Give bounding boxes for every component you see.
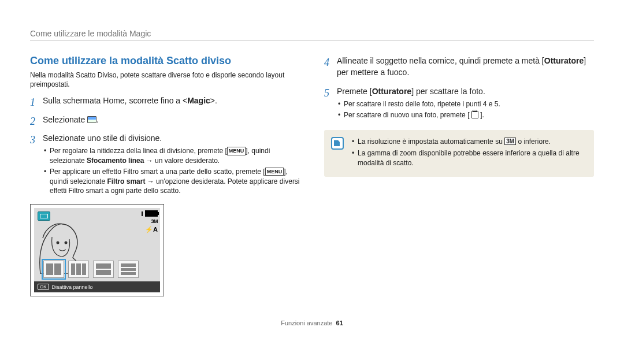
camera-lcd-frame: 3M ⚡A xyxy=(30,204,164,296)
menu-icon: MENU xyxy=(227,147,246,155)
split-style-1[interactable] xyxy=(43,261,64,278)
sub-bullet: Per scattare di nuovo una foto, premete … xyxy=(338,110,594,120)
flash-icon: ⚡A xyxy=(145,226,158,233)
lcd-bottom-bar: OK Disattiva pannello xyxy=(34,281,160,292)
split-shot-icon xyxy=(87,116,96,123)
split-style-4[interactable] xyxy=(118,261,139,278)
page-footer: Funzioni avanzate 61 xyxy=(30,320,594,326)
lcd-status-icons: 3M ⚡A xyxy=(142,210,158,233)
intro-text: Nella modalità Scatto Diviso, potete sca… xyxy=(30,70,300,89)
resolution-3m-icon: 3M xyxy=(504,138,516,145)
menu-icon: MENU xyxy=(265,168,284,176)
page-header: Come utilizzare le modalità Magic xyxy=(30,29,594,41)
sub-bullet: Per regolare la nitidezza della linea di… xyxy=(44,146,300,166)
note-icon xyxy=(331,137,344,150)
steps-right: Allineate il soggetto nella cornice, qui… xyxy=(324,55,594,120)
split-style-2[interactable] xyxy=(68,261,89,278)
battery-icon xyxy=(145,210,158,217)
trash-icon xyxy=(471,111,478,118)
steps-left: Sulla schermata Home, scorrete fino a <M… xyxy=(30,95,300,196)
resolution-icon: 3M xyxy=(151,218,158,224)
step-item: Allineate il soggetto nella cornice, qui… xyxy=(324,55,594,79)
step-item: Sulla schermata Home, scorrete fino a <M… xyxy=(30,95,300,106)
svg-point-0 xyxy=(57,242,60,244)
sub-bullet: Per applicare un effetto Filtro smart a … xyxy=(44,167,300,196)
sub-bullet: Per scattare il resto delle foto, ripete… xyxy=(338,99,594,109)
step-item: Selezionate uno stile di divisione. Per … xyxy=(30,132,300,196)
ok-button-label: OK xyxy=(38,284,49,290)
split-style-options xyxy=(43,261,139,278)
note-bullet: La risoluzione è impostata automaticamen… xyxy=(352,137,586,147)
step-item: Premete [Otturatore] per scattare la fot… xyxy=(324,86,594,120)
right-column: Allineate il soggetto nella cornice, qui… xyxy=(324,55,594,296)
section-title: Come utilizzare la modalità Scatto divis… xyxy=(30,55,300,67)
svg-point-1 xyxy=(65,242,68,244)
note-callout: La risoluzione è impostata automaticamen… xyxy=(324,130,594,176)
note-bullet: La gamma di zoom disponibile potrebbe es… xyxy=(352,148,586,168)
split-style-3[interactable] xyxy=(93,261,114,278)
left-column: Come utilizzare la modalità Scatto divis… xyxy=(30,55,300,296)
step-item: Selezionate . xyxy=(30,114,300,125)
camera-lcd-screen: 3M ⚡A xyxy=(34,208,160,292)
panel-toggle-label: Disattiva pannello xyxy=(52,284,93,290)
